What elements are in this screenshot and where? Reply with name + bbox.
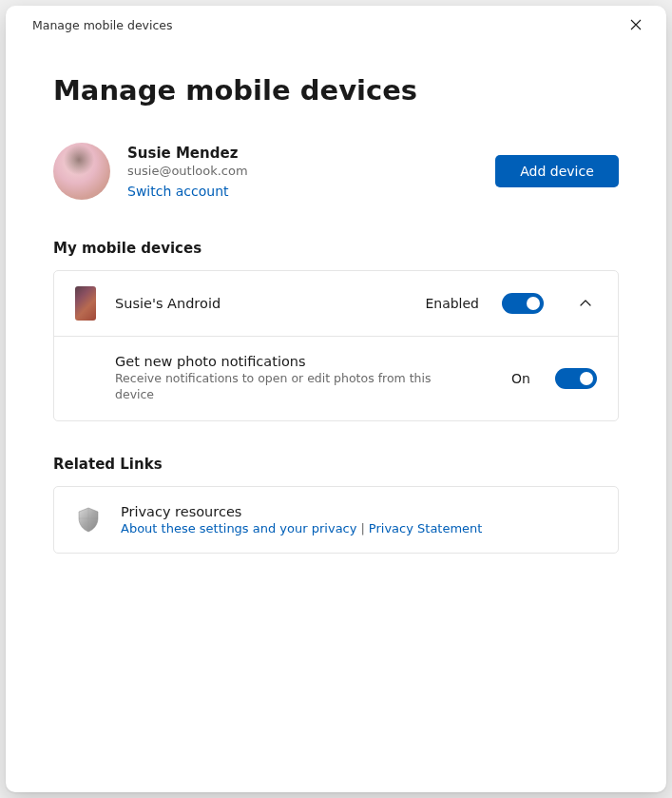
notification-toggle[interactable]: [555, 368, 597, 389]
device-name: Susie's Android: [115, 296, 406, 311]
setting-status-label: On: [511, 371, 530, 386]
device-status-label: Enabled: [425, 296, 479, 311]
setting-text: Get new photo notifications Receive noti…: [115, 354, 492, 403]
account-row: Susie Mendez susie@outlook.com Switch ac…: [53, 143, 619, 200]
shield-icon-wrap: [75, 506, 102, 533]
switch-account-link[interactable]: Switch account: [127, 184, 248, 199]
account-info-block: Susie Mendez susie@outlook.com Switch ac…: [53, 143, 248, 200]
about-settings-link[interactable]: About these settings and your privacy: [121, 521, 356, 535]
privacy-card: Privacy resources About these settings a…: [53, 486, 619, 554]
expand-button[interactable]: [574, 292, 597, 315]
account-details: Susie Mendez susie@outlook.com Switch ac…: [127, 145, 248, 199]
close-button[interactable]: [619, 11, 653, 38]
phone-icon: [75, 286, 96, 321]
shield-icon: [77, 506, 100, 533]
avatar: [53, 143, 110, 200]
settings-window: Manage mobile devices Manage mobile devi…: [6, 6, 666, 792]
devices-section-header: My mobile devices: [53, 240, 619, 257]
device-enabled-toggle[interactable]: [502, 293, 544, 314]
device-row[interactable]: Susie's Android Enabled: [54, 271, 618, 336]
related-section-header: Related Links: [53, 456, 619, 473]
link-separator: |: [360, 521, 364, 535]
privacy-statement-link[interactable]: Privacy Statement: [369, 521, 483, 535]
privacy-text: Privacy resources About these settings a…: [121, 504, 597, 535]
window-title: Manage mobile devices: [32, 18, 173, 32]
content: Manage mobile devices Susie Mendez susie…: [6, 40, 666, 554]
devices-card: Susie's Android Enabled Get new photo no…: [53, 270, 619, 421]
page-title: Manage mobile devices: [53, 74, 619, 107]
add-device-button[interactable]: Add device: [495, 155, 619, 187]
setting-title: Get new photo notifications: [115, 354, 492, 369]
close-icon: [630, 19, 642, 30]
privacy-links: About these settings and your privacy|Pr…: [121, 521, 597, 535]
chevron-up-icon: [579, 297, 592, 310]
notification-setting-row: Get new photo notifications Receive noti…: [54, 337, 618, 420]
account-email: susie@outlook.com: [127, 164, 248, 178]
privacy-title: Privacy resources: [121, 504, 597, 519]
setting-description: Receive notifications to open or edit ph…: [115, 371, 438, 403]
account-name: Susie Mendez: [127, 145, 248, 162]
titlebar: Manage mobile devices: [6, 6, 666, 40]
